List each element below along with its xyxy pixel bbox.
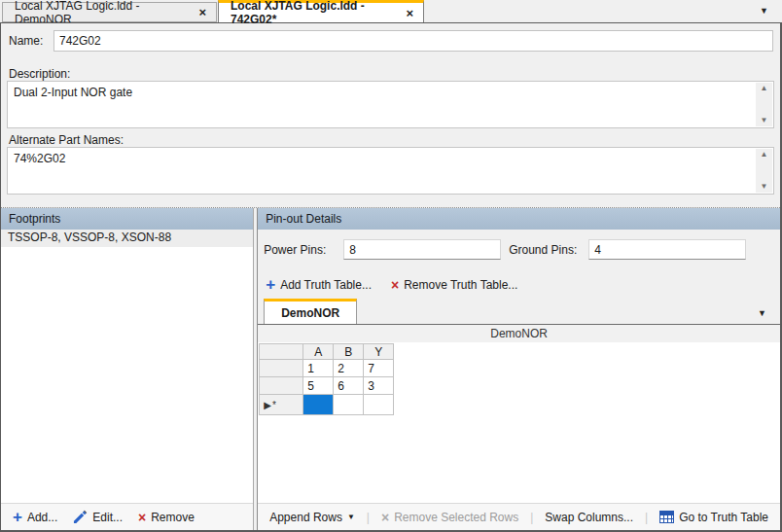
goto-truth-table-button[interactable]: Go to Truth Table bbox=[654, 509, 774, 526]
pencil-icon bbox=[73, 510, 88, 524]
cell[interactable] bbox=[334, 395, 364, 415]
footprints-toolbar: + Add... Edit... × Remove bbox=[1, 503, 253, 530]
corner-cell bbox=[260, 344, 303, 360]
ground-pins-label: Ground Pins: bbox=[509, 243, 577, 257]
editor-frame: Name: Description: Dual 2-Input NOR gate… bbox=[0, 22, 782, 532]
power-pins-input[interactable] bbox=[343, 239, 501, 260]
truth-table-title: DemoNOR bbox=[258, 325, 780, 342]
edit-footprint-label: Edit... bbox=[92, 511, 123, 524]
remove-footprint-button[interactable]: × Remove bbox=[132, 509, 200, 526]
add-footprint-label: Add... bbox=[27, 511, 57, 524]
remove-truth-table-label: Remove Truth Table... bbox=[404, 278, 517, 292]
remove-selected-rows-button[interactable]: × Remove Selected Rows bbox=[375, 509, 524, 526]
description-label: Description: bbox=[9, 67, 70, 81]
column-header[interactable]: B bbox=[334, 344, 364, 360]
truth-table-tab-label: DemoNOR bbox=[281, 306, 339, 320]
scroll-up-icon[interactable]: ▲ bbox=[761, 151, 768, 159]
remove-truth-table-button[interactable]: × Remove Truth Table... bbox=[385, 276, 523, 294]
cross-icon: × bbox=[381, 512, 389, 523]
remove-selected-rows-label: Remove Selected Rows bbox=[394, 511, 518, 524]
column-header[interactable]: A bbox=[303, 344, 334, 360]
cell[interactable]: 7 bbox=[364, 360, 394, 377]
name-input[interactable] bbox=[53, 30, 773, 52]
toolbar-separator: | bbox=[528, 511, 535, 524]
tab-label: Local XJTAG Logic.ldd - 742G02* bbox=[231, 0, 396, 26]
add-truth-table-button[interactable]: + Add Truth Table... bbox=[260, 276, 377, 294]
chevron-down-icon: ▼ bbox=[347, 513, 355, 521]
truth-table: A B Y 1 2 7 bbox=[259, 343, 394, 415]
cell[interactable]: 3 bbox=[364, 377, 394, 395]
truth-table-tab-dropdown-icon[interactable]: ▼ bbox=[758, 308, 766, 318]
cell[interactable]: 1 bbox=[303, 360, 334, 377]
add-truth-table-label: Add Truth Table... bbox=[280, 278, 372, 292]
swap-columns-label: Swap Columns... bbox=[545, 511, 633, 524]
tab-list-dropdown-icon[interactable]: ▼ bbox=[760, 6, 768, 16]
plus-icon: + bbox=[266, 279, 275, 291]
truth-table-area: DemoNOR A B Y 1 2 bbox=[258, 325, 780, 503]
pinout-panel: Pin-out Details Power Pins: Ground Pins:… bbox=[257, 208, 780, 530]
cell[interactable] bbox=[364, 395, 394, 415]
alt-names-scrollbar[interactable]: ▲ ▼ bbox=[756, 149, 772, 193]
toolbar-separator: | bbox=[643, 511, 650, 524]
alt-names-label: Alternate Part Names: bbox=[9, 133, 124, 147]
ground-pins-input[interactable] bbox=[588, 239, 746, 260]
tab-demonor[interactable]: Local XJTAG Logic.ldd - DemoNOR × bbox=[2, 2, 217, 22]
name-label: Name: bbox=[9, 34, 43, 48]
alt-names-text: 74%2G02 bbox=[14, 152, 750, 165]
row-header[interactable] bbox=[260, 377, 303, 395]
swap-columns-button[interactable]: Swap Columns... bbox=[539, 509, 639, 526]
description-textarea[interactable]: Dual 2-Input NOR gate ▲ ▼ bbox=[7, 81, 774, 128]
new-row: ▶* bbox=[260, 395, 394, 415]
truth-table-buttons: + Add Truth Table... × Remove Truth Tabl… bbox=[258, 270, 780, 300]
cross-icon: × bbox=[391, 279, 399, 291]
description-text: Dual 2-Input NOR gate bbox=[14, 86, 750, 99]
footprints-list[interactable]: TSSOP-8, VSSOP-8, XSON-88 bbox=[1, 230, 253, 503]
scroll-up-icon[interactable]: ▲ bbox=[761, 85, 768, 92]
list-item[interactable]: TSSOP-8, VSSOP-8, XSON-88 bbox=[1, 230, 253, 247]
close-icon[interactable]: × bbox=[404, 7, 415, 19]
pins-row: Power Pins: Ground Pins: bbox=[258, 230, 780, 270]
truth-table-toolbar: Append Rows ▼ | × Remove Selected Rows |… bbox=[258, 503, 780, 530]
truth-table-tab-demonor[interactable]: DemoNOR bbox=[264, 299, 357, 324]
close-icon[interactable]: × bbox=[196, 6, 208, 18]
scroll-down-icon[interactable]: ▼ bbox=[761, 183, 768, 191]
toolbar-separator: | bbox=[365, 511, 372, 524]
scroll-down-icon[interactable]: ▼ bbox=[761, 117, 768, 124]
cell[interactable]: 2 bbox=[334, 360, 364, 377]
tab-742g02[interactable]: Local XJTAG Logic.ldd - 742G02* × bbox=[218, 0, 424, 22]
goto-truth-table-label: Go to Truth Table bbox=[679, 511, 768, 524]
table-grid-icon bbox=[659, 511, 674, 523]
lower-panels: Footprints TSSOP-8, VSSOP-8, XSON-88 + A… bbox=[1, 207, 780, 530]
table-row: 5 6 3 bbox=[260, 377, 394, 395]
alt-names-textarea[interactable]: 74%2G02 ▲ ▼ bbox=[7, 147, 774, 195]
edit-footprint-button[interactable]: Edit... bbox=[67, 508, 128, 526]
footprints-panel: Footprints TSSOP-8, VSSOP-8, XSON-88 + A… bbox=[1, 208, 254, 530]
truth-table-tabstrip: DemoNOR ▼ bbox=[258, 300, 780, 325]
document-tabbar: Local XJTAG Logic.ldd - DemoNOR × Local … bbox=[0, 0, 782, 22]
footprints-header: Footprints bbox=[1, 208, 253, 230]
cell[interactable]: 6 bbox=[334, 377, 364, 395]
append-rows-button[interactable]: Append Rows ▼ bbox=[264, 509, 361, 526]
new-row-indicator-icon: ▶* bbox=[264, 400, 277, 410]
add-footprint-button[interactable]: + Add... bbox=[7, 509, 63, 526]
new-row-header[interactable]: ▶* bbox=[260, 395, 303, 415]
power-pins-label: Power Pins: bbox=[264, 243, 326, 257]
table-row: 1 2 7 bbox=[260, 360, 394, 377]
selected-cell[interactable] bbox=[303, 395, 334, 415]
pinout-header: Pin-out Details bbox=[258, 208, 780, 230]
cell[interactable]: 5 bbox=[303, 377, 334, 395]
plus-icon: + bbox=[13, 512, 22, 523]
remove-footprint-label: Remove bbox=[151, 511, 195, 524]
description-scrollbar[interactable]: ▲ ▼ bbox=[756, 83, 772, 126]
append-rows-label: Append Rows bbox=[269, 511, 342, 524]
row-header[interactable] bbox=[260, 360, 303, 377]
column-header[interactable]: Y bbox=[364, 344, 394, 360]
cross-icon: × bbox=[138, 512, 146, 523]
